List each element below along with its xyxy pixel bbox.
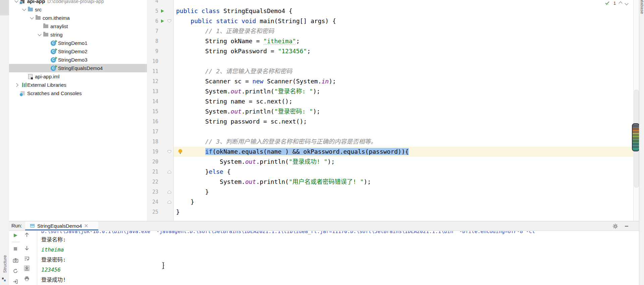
code-line-16[interactable]: String password = sc.next(); (173, 117, 633, 127)
tree-item-string[interactable]: string (9, 30, 147, 39)
code-editor[interactable]: 45678910111213141516171819202122232425 p… (147, 0, 633, 221)
next-problem-chevron-icon[interactable] (625, 1, 628, 6)
tree-item-api-app[interactable]: api-appD:\code\javase-pro\api-app (9, 0, 147, 5)
line-number[interactable]: 6 (147, 16, 158, 26)
chevron-down-icon[interactable] (22, 7, 26, 11)
line-number[interactable]: 9 (147, 46, 158, 56)
close-icon[interactable] (84, 224, 88, 228)
soft-wrap-icon[interactable] (24, 256, 30, 262)
code-line-6[interactable]: public static void main(String[] args) { (173, 16, 633, 26)
code-line-19[interactable]: if(okName.equals(name ) && okPassword.eq… (173, 147, 633, 157)
settings-gear-icon[interactable] (612, 223, 618, 229)
code-line-13[interactable]: System.out.println("登录名称: "); (173, 86, 633, 96)
run-tab[interactable]: StringEqualsDemo4 (25, 221, 98, 230)
selected-code: if(okName.equals(name ) && okPassword.eq… (205, 148, 409, 155)
inspections-widget[interactable]: 1 (604, 0, 628, 6)
code-line-25[interactable]: } (173, 207, 633, 217)
structure-stripe-tab[interactable]: Structure (2, 255, 7, 273)
code-line-15[interactable]: System.out.println("登录密码: "); (173, 106, 633, 117)
line-number[interactable]: 13 (147, 86, 158, 96)
line-number[interactable]: 24 (147, 197, 158, 207)
line-number[interactable]: 17 (147, 127, 158, 137)
tree-item-scratches-and-consoles[interactable]: Scratches and Consoles (9, 89, 147, 97)
line-number[interactable]: 16 (147, 117, 158, 127)
tree-item-external-libraries[interactable]: External Libraries (9, 81, 147, 89)
rerun-icon[interactable] (12, 232, 18, 238)
tree-item-arraylist[interactable]: arraylist (9, 22, 147, 30)
tree-item-stringdemo1[interactable]: CStringDemo1 (9, 39, 147, 47)
inspections-check-icon (604, 1, 610, 6)
code-line-7[interactable]: // 1、正确登录名和密码 (173, 26, 633, 36)
fold-open-icon[interactable] (167, 150, 172, 154)
line-number[interactable]: 11 (147, 66, 158, 76)
scroll-to-end-icon[interactable] (24, 265, 30, 271)
minimize-icon[interactable] (624, 223, 630, 229)
line-number[interactable]: 19 (147, 147, 158, 157)
line-number[interactable]: 21 (147, 167, 158, 177)
line-number[interactable]: 14 (147, 96, 158, 106)
class-icon: C (51, 66, 56, 71)
line-number[interactable]: 4 (147, 0, 158, 6)
down-arrow-icon[interactable] (24, 245, 30, 251)
code-line-8[interactable]: String okName = "itheima"; (173, 36, 633, 46)
tree-item-stringdemo3[interactable]: CStringDemo3 (9, 56, 147, 64)
fold-close-icon[interactable] (167, 200, 172, 204)
fold-open-icon[interactable] (167, 19, 172, 23)
chevron-down-icon[interactable] (38, 32, 41, 36)
tree-item-label: External Libraries (27, 82, 66, 88)
line-number[interactable]: 15 (147, 106, 158, 117)
code-line-21[interactable]: }else { (173, 167, 633, 177)
chevron-down-icon[interactable] (14, 0, 18, 3)
exit-icon[interactable] (12, 279, 18, 285)
line-number[interactable]: 8 (147, 36, 158, 46)
tree-item-label: src (35, 7, 42, 12)
libraries-icon (22, 83, 23, 87)
restart-icon[interactable] (12, 268, 18, 274)
code-line-5[interactable]: public class StringEqualsDemo4 { (173, 6, 633, 16)
code-line-24[interactable]: } (173, 197, 633, 207)
toolbar-divider (37, 231, 37, 285)
code-line-17[interactable] (173, 127, 633, 137)
code-line-11[interactable]: // 2、请您输入登录名称和密码 (173, 66, 633, 76)
code-line-9[interactable]: String okPassword = "123456"; (173, 46, 633, 56)
tree-item-label: com.itheima (43, 15, 70, 21)
run-marker-icon[interactable] (160, 19, 164, 23)
run-marker-icon[interactable] (160, 9, 164, 13)
line-number[interactable]: 7 (147, 26, 158, 36)
code-line-14[interactable]: String name = sc.next(); (173, 96, 633, 106)
run-console[interactable]: D:\soft\Java\jdk-18.0.1\bin\java.exe "-j… (39, 230, 639, 285)
code-line-12[interactable]: Scanner sc = new Scanner(System.in); (173, 76, 633, 86)
fold-close-icon[interactable] (167, 190, 172, 194)
code-line-22[interactable]: System.out.println("用户名或者密码错误了! "); (173, 177, 633, 187)
stop-icon[interactable] (12, 246, 18, 252)
database-stripe-tab[interactable]: Database (640, 0, 644, 14)
code-line-10[interactable] (173, 56, 633, 66)
tree-item-com-itheima[interactable]: com.itheima (9, 14, 147, 22)
line-number[interactable]: 10 (147, 56, 158, 66)
code-line-18[interactable]: // 3、判断用户输入的登录名称和密码与正确的内容是否相等。 (173, 137, 633, 147)
chevron-right-icon[interactable] (14, 83, 18, 87)
line-number[interactable]: 23 (147, 187, 158, 197)
chevron-down-icon[interactable] (30, 15, 34, 19)
up-arrow-icon[interactable] (24, 232, 30, 238)
tree-item-stringequalsdemo4[interactable]: CStringEqualsDemo4 (9, 64, 147, 72)
line-number[interactable]: 12 (147, 76, 158, 86)
line-number[interactable]: 20 (147, 157, 158, 167)
tree-item-stringdemo2[interactable]: CStringDemo2 (9, 47, 147, 56)
code-line-4[interactable] (173, 0, 633, 6)
screenshot-camera-icon[interactable] (12, 257, 18, 263)
console-user-input: itheima (41, 245, 639, 255)
line-number[interactable]: 5 (147, 6, 158, 16)
folder-src-icon (28, 8, 33, 11)
structure-icon[interactable] (2, 278, 6, 282)
fold-close-icon[interactable] (167, 170, 172, 174)
line-number[interactable]: 22 (147, 177, 158, 187)
code-line-20[interactable]: System.out.println("登录成功! "); (173, 157, 633, 167)
line-number[interactable]: 25 (147, 207, 158, 217)
line-number[interactable]: 18 (147, 137, 158, 147)
print-icon[interactable] (24, 276, 30, 282)
tree-item-api-app-iml[interactable]: api-app.iml (9, 72, 147, 81)
prev-problem-chevron-icon[interactable] (619, 1, 622, 6)
tree-item-src[interactable]: src (9, 5, 147, 14)
code-line-23[interactable]: } (173, 187, 633, 197)
